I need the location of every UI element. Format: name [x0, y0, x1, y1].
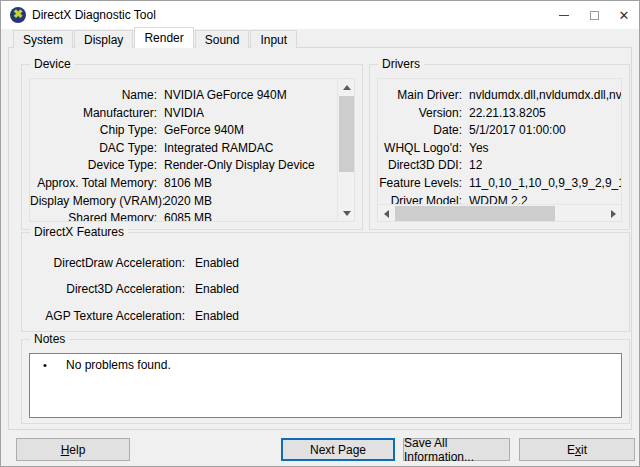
- direct3d-status: Enabled: [195, 276, 239, 302]
- tab-system[interactable]: System: [13, 30, 73, 48]
- agp-texture-label: AGP Texture Acceleration:: [22, 303, 185, 329]
- device-dac-type-label: DAC Type:: [30, 140, 157, 158]
- device-manufacturer-label: Manufacturer:: [30, 105, 157, 123]
- device-manufacturer-value: NVIDIA: [164, 105, 204, 123]
- scroll-up-icon: [343, 85, 351, 90]
- features-rows: DirectDraw Acceleration:Enabled Direct3D…: [22, 233, 629, 329]
- note-item: • No problems found.: [30, 354, 621, 373]
- next-page-button[interactable]: Next Page: [281, 438, 395, 461]
- horizontal-scroll-thumb[interactable]: [395, 206, 555, 221]
- device-row-vram: Display Memory (VRAM):2020 MB: [30, 193, 336, 211]
- feature-row-directdraw: DirectDraw Acceleration:Enabled: [22, 250, 629, 276]
- drivers-ddi-value: 12: [469, 157, 482, 175]
- device-vram-value: 2020 MB: [164, 193, 212, 211]
- directdraw-label: DirectDraw Acceleration:: [22, 250, 185, 276]
- tab-system-label: System: [23, 33, 63, 47]
- scroll-up-button[interactable]: [338, 79, 355, 95]
- minimize-button[interactable]: [549, 1, 579, 29]
- scroll-left-button[interactable]: [378, 205, 394, 222]
- device-name-value: NVIDIA GeForce 940M: [164, 87, 287, 105]
- tab-render[interactable]: Render: [134, 27, 193, 48]
- help-button[interactable]: Help: [16, 438, 130, 461]
- device-dac-type-value: Integrated RAMDAC: [164, 140, 273, 158]
- dxdiag-window: ✖ DirectX Diagnostic Tool ✕ System Displ…: [0, 0, 640, 467]
- drivers-whql-value: Yes: [469, 140, 489, 158]
- maximize-button[interactable]: [579, 1, 609, 29]
- exit-button-label: Exit: [567, 443, 587, 457]
- drivers-rows: Main Driver:nvldumdx.dll,nvldumdx.dll,nv…: [378, 79, 621, 210]
- drivers-date-label: Date:: [378, 122, 462, 140]
- tab-display[interactable]: Display: [74, 30, 133, 48]
- maximize-icon: [590, 11, 599, 20]
- drivers-main-driver-label: Main Driver:: [378, 87, 462, 105]
- notes-textbox[interactable]: • No problems found.: [29, 353, 622, 418]
- scroll-down-icon: [343, 211, 351, 216]
- device-shared-memory-value: 6085 MB: [164, 210, 212, 222]
- device-row-manufacturer: Manufacturer:NVIDIA: [30, 105, 336, 123]
- agp-texture-status: Enabled: [195, 303, 239, 329]
- exit-button[interactable]: Exit: [519, 438, 635, 461]
- drivers-row-main-driver: Main Driver:nvldumdx.dll,nvldumdx.dll,nv…: [378, 87, 621, 105]
- note-text: No problems found.: [66, 358, 171, 373]
- directx-logo-icon: ✖: [10, 7, 26, 23]
- device-group-legend: Device: [30, 57, 75, 72]
- scroll-down-button[interactable]: [338, 205, 355, 221]
- tab-input[interactable]: Input: [250, 30, 297, 48]
- save-all-information-button-label: Save All Information...: [404, 436, 509, 464]
- save-all-information-button[interactable]: Save All Information...: [403, 438, 510, 461]
- window-title: DirectX Diagnostic Tool: [32, 8, 156, 22]
- tab-sound[interactable]: Sound: [195, 30, 250, 48]
- device-device-type-label: Device Type:: [30, 157, 157, 175]
- next-page-button-label: Next Page: [310, 443, 366, 457]
- device-rows: Name:NVIDIA GeForce 940M Manufacturer:NV…: [30, 79, 354, 222]
- drivers-feature-levels-label: Feature Levels:: [378, 175, 462, 193]
- drivers-row-whql: WHQL Logo'd:Yes: [378, 140, 621, 158]
- drivers-row-version: Version:22.21.13.8205: [378, 105, 621, 123]
- feature-row-direct3d: Direct3D Acceleration:Enabled: [22, 276, 629, 302]
- direct3d-label: Direct3D Acceleration:: [22, 276, 185, 302]
- drivers-group-legend: Drivers: [378, 57, 424, 72]
- note-bullet: •: [43, 358, 66, 373]
- device-row-device-type: Device Type:Render-Only Display Device: [30, 157, 336, 175]
- device-row-dac-type: DAC Type:Integrated RAMDAC: [30, 140, 336, 158]
- device-row-name: Name:NVIDIA GeForce 940M: [30, 87, 336, 105]
- drivers-row-date: Date:5/1/2017 01:00:00: [378, 122, 621, 140]
- device-row-chip-type: Chip Type:GeForce 940M: [30, 122, 336, 140]
- tab-sound-label: Sound: [205, 33, 240, 47]
- device-row-total-memory: Approx. Total Memory:8106 MB: [30, 175, 336, 193]
- notes-group-legend: Notes: [30, 332, 69, 347]
- drivers-whql-label: WHQL Logo'd:: [378, 140, 462, 158]
- drivers-horizontal-scrollbar[interactable]: [378, 204, 621, 221]
- drivers-version-label: Version:: [378, 105, 462, 123]
- directx-features-legend: DirectX Features: [30, 225, 128, 240]
- drivers-ddi-label: Direct3D DDI:: [378, 157, 462, 175]
- drivers-group: Drivers Main Driver:nvldumdx.dll,nvldumd…: [369, 64, 630, 230]
- tab-display-label: Display: [84, 33, 123, 47]
- directx-x-glyph: ✖: [10, 6, 26, 22]
- scroll-right-button[interactable]: [605, 205, 621, 222]
- window-controls: ✕: [549, 1, 639, 29]
- device-total-memory-value: 8106 MB: [164, 175, 212, 193]
- drivers-row-ddi: Direct3D DDI:12: [378, 157, 621, 175]
- device-shared-memory-label: Shared Memory:: [30, 210, 157, 222]
- vertical-scroll-thumb[interactable]: [339, 96, 354, 172]
- device-total-memory-label: Approx. Total Memory:: [30, 175, 157, 193]
- title-bar: ✖ DirectX Diagnostic Tool ✕: [1, 1, 639, 29]
- drivers-feature-levels-value: 11_0,10_1,10_0,9_3,9_2,9_1: [469, 175, 621, 193]
- tab-render-label: Render: [144, 31, 183, 45]
- device-vertical-scrollbar[interactable]: [337, 79, 354, 221]
- tab-input-label: Input: [260, 33, 287, 47]
- device-group: Device Name:NVIDIA GeForce 940M Manufact…: [21, 64, 363, 230]
- tab-strip: System Display Render Sound Input: [1, 30, 298, 48]
- scroll-right-icon: [611, 210, 616, 218]
- directdraw-status: Enabled: [195, 250, 239, 276]
- drivers-info-panel: Main Driver:nvldumdx.dll,nvldumdx.dll,nv…: [377, 78, 622, 222]
- drivers-main-driver-value: nvldumdx.dll,nvldumdx.dll,nvldumdx.c: [469, 87, 621, 105]
- close-button[interactable]: ✕: [609, 1, 639, 29]
- render-tab-page: Device Name:NVIDIA GeForce 940M Manufact…: [8, 47, 632, 430]
- notes-group: Notes • No problems found.: [21, 339, 630, 424]
- device-chip-type-label: Chip Type:: [30, 122, 157, 140]
- minimize-icon: [559, 15, 569, 16]
- feature-row-agp-texture: AGP Texture Acceleration:Enabled: [22, 303, 629, 329]
- device-device-type-value: Render-Only Display Device: [164, 157, 315, 175]
